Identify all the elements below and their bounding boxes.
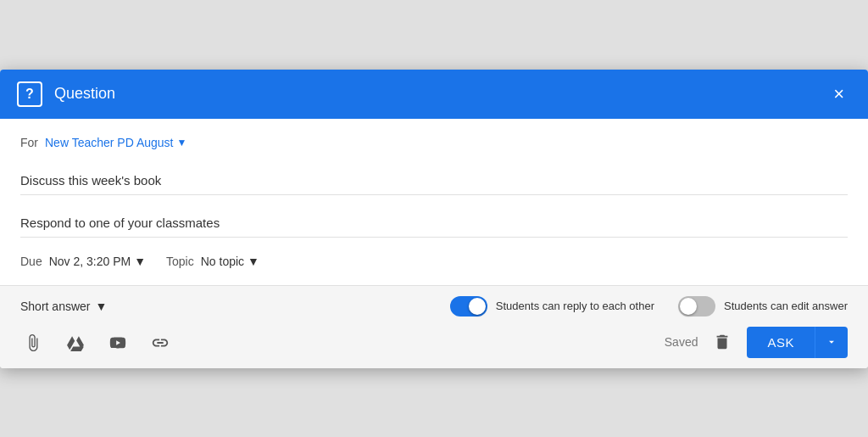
reply-toggle-slider [450,296,487,317]
answer-type-selector[interactable]: Short answer ▼ [20,300,107,313]
topic-value: No topic [201,255,244,268]
edit-toggle[interactable] [678,296,715,317]
answer-type-arrow: ▼ [95,300,107,313]
topic-dropdown-arrow: ▼ [248,255,259,268]
class-selector[interactable]: New Teacher PD August ▼ [45,136,186,149]
instructions-input[interactable] [20,209,848,238]
reply-toggle-group: Students can reply to each other [450,296,654,317]
edit-toggle-group: Students can edit answer [678,296,848,317]
topic-section: Topic No topic ▼ [166,255,259,268]
topic-label: Topic [166,255,194,268]
footer-left: Short answer ▼ [20,300,107,313]
class-name: New Teacher PD August [45,136,174,149]
drive-icon [66,333,85,352]
answer-type-label: Short answer [20,300,90,313]
ask-btn-group: ASK [747,327,848,358]
youtube-icon [108,333,127,352]
question-dialog: ? Question × For New Teacher PD August ▼… [0,70,868,368]
link-icon [151,333,170,352]
due-selector[interactable]: Nov 2, 3:20 PM ▼ [49,255,146,268]
footer-middle: Students can reply to each other Student… [450,296,848,317]
due-section: Due Nov 2, 3:20 PM ▼ [20,255,146,268]
attachment-icons [20,328,173,356]
footer-bottom: Saved ASK [20,327,848,358]
due-topic-row: Due Nov 2, 3:20 PM ▼ Topic No topic ▼ [20,255,848,285]
ask-dropdown-button[interactable] [815,327,848,358]
question-input[interactable] [20,166,848,195]
for-label: For [20,136,38,149]
paperclip-icon [24,333,42,352]
footer-top: Short answer ▼ Students can reply to eac… [20,296,848,317]
topic-selector[interactable]: No topic ▼ [201,255,259,268]
trash-icon [713,333,732,351]
edit-toggle-slider [678,296,715,317]
paperclip-button[interactable] [20,328,46,356]
close-button[interactable]: × [826,81,851,107]
dialog-body: For New Teacher PD August ▼ Due Nov 2, 3… [0,119,868,285]
ask-button[interactable]: ASK [747,327,815,358]
due-value: Nov 2, 3:20 PM [49,255,131,268]
delete-button[interactable] [706,329,738,355]
footer-actions: Saved ASK [665,327,848,358]
ask-dropdown-arrow-icon [826,336,837,348]
dialog-header: ? Question × [0,70,868,119]
for-row: For New Teacher PD August ▼ [20,136,848,149]
class-dropdown-arrow: ▼ [177,137,187,148]
link-button[interactable] [147,328,173,356]
header-left: ? Question [17,81,115,107]
due-label: Due [20,255,42,268]
reply-toggle-label: Students can reply to each other [496,300,654,312]
saved-label: Saved [665,335,698,349]
dialog-footer: Short answer ▼ Students can reply to eac… [0,285,868,368]
dialog-title: Question [54,85,115,103]
reply-toggle[interactable] [450,296,487,317]
question-icon: ? [17,81,42,107]
youtube-button[interactable] [105,328,131,356]
due-dropdown-arrow: ▼ [134,255,146,268]
drive-button[interactable] [63,328,88,356]
edit-toggle-label: Students can edit answer [724,300,848,312]
